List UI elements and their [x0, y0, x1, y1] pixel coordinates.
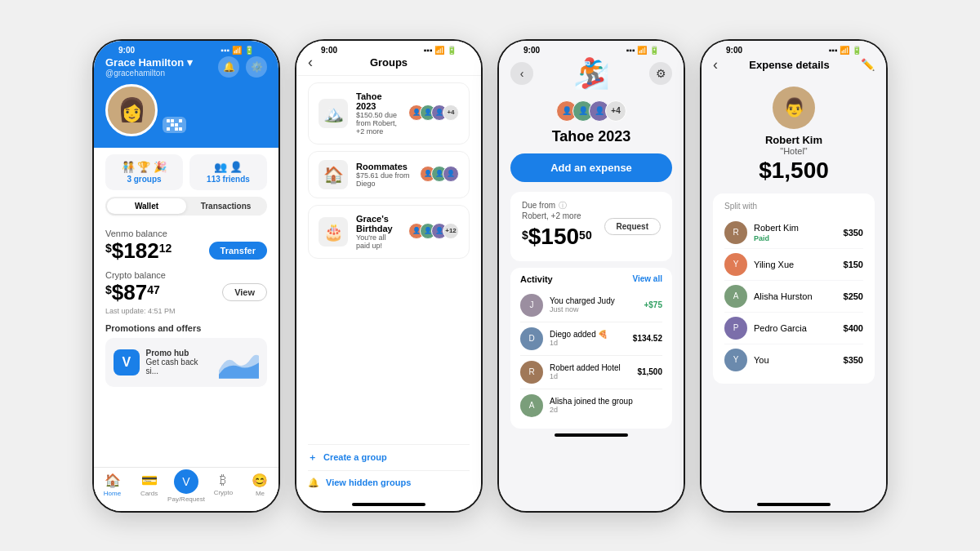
back-arrow-4[interactable]: ‹ — [713, 56, 718, 73]
group-tahoe[interactable]: 🏔️ Tahoe 2023 $150.50 due from Robert, +… — [308, 82, 470, 144]
roommates-emoji: 🏠 — [318, 160, 348, 189]
plus-icon: ＋ — [308, 451, 317, 464]
split-amount-0: $350 — [844, 228, 863, 238]
time-2: 9:00 — [321, 46, 337, 55]
activity-section: Activity View all J You charged Judy Jus… — [510, 268, 672, 429]
split-name-4: You — [754, 355, 837, 365]
stats-row: 🧑‍🤝‍🧑 🏆 🎉 3 groups 👥 👤 113 friends — [105, 154, 267, 190]
group-birthday[interactable]: 🎂 Grace's Birthday You're all paid up! 👤… — [308, 205, 470, 259]
nav-home[interactable]: 🏠 Home — [94, 473, 131, 503]
due-from: Robert, +2 more — [522, 211, 592, 220]
due-amount: $ $150 50 — [522, 224, 592, 250]
birthday-due: You're all paid up! — [356, 233, 400, 250]
time-4: 9:00 — [726, 46, 742, 55]
split-item-0: R Robert Kim Paid $350 — [724, 217, 863, 249]
split-amount-4: $350 — [844, 355, 863, 365]
act-amount-2: $1,500 — [637, 367, 662, 376]
time-1: 9:00 — [118, 46, 135, 55]
request-button[interactable]: Request — [604, 218, 661, 235]
split-amount-3: $400 — [844, 323, 863, 333]
phone4-body: 👨 Robert Kim "Hotel" $1,500 Split with R… — [702, 80, 886, 498]
act-desc-0: You charged Judy — [550, 296, 637, 305]
nav-crypto[interactable]: ₿ Crypto — [205, 473, 242, 503]
robert-avatar: R — [520, 361, 543, 384]
promo-card[interactable]: V Promo hub Get cash back si... — [105, 338, 267, 387]
group-emoji: 🏂 — [573, 56, 610, 91]
split-avatar-0: R — [724, 221, 747, 244]
nav-pay[interactable]: V Pay/Request — [167, 473, 205, 503]
activity-item-1: D Diego added 🍕 1d $134.52 — [520, 322, 662, 356]
view-crypto-button[interactable]: View — [222, 283, 267, 301]
venmo-logo: V — [114, 349, 140, 375]
split-name-1: Yiling Xue — [754, 260, 837, 269]
me-icon: 😊 — [252, 473, 268, 488]
home-indicator-2 — [352, 503, 425, 506]
crypto-balance-label: Crypto balance — [105, 270, 267, 280]
birthday-info: Grace's Birthday You're all paid up! — [356, 214, 400, 250]
pay-circle-icon: V — [174, 469, 198, 494]
groups-stat[interactable]: 🧑‍🤝‍🧑 🏆 🎉 3 groups — [105, 154, 183, 190]
nav-me-label: Me — [256, 490, 265, 497]
transfer-button[interactable]: Transfer — [209, 242, 267, 260]
phone3-top: 👤 👤 👤 +4 Tahoe 2023 Add an expense — [499, 97, 684, 192]
expense-category: "Hotel" — [713, 146, 875, 156]
edit-icon[interactable]: ✏️ — [861, 58, 875, 71]
phone-4: 9:00 ▪▪▪ 📶 🔋 ‹ Expense details ✏️ 👨 Ro — [700, 39, 888, 513]
crypto-update: Last update: 4:51 PM — [105, 307, 267, 315]
roommates-avatars: 👤 👤 👤 — [420, 166, 459, 184]
home-indicator-3 — [555, 433, 628, 437]
groups-count: 3 groups — [114, 175, 175, 184]
phone4-nav-row: ‹ Expense details ✏️ — [713, 56, 875, 73]
qr-badge[interactable] — [163, 117, 186, 133]
nav-crypto-label: Crypto — [214, 489, 234, 496]
act-time-2: 1d — [550, 372, 630, 380]
phone2-body: 🏔️ Tahoe 2023 $150.50 due from Robert, +… — [296, 76, 481, 441]
view-all[interactable]: View all — [632, 274, 662, 283]
expense-details-title: Expense details — [749, 59, 829, 71]
tab-wallet[interactable]: Wallet — [107, 198, 186, 214]
nav-me[interactable]: 😊 Me — [242, 473, 278, 503]
bell-icon[interactable]: 🔔 — [218, 56, 239, 78]
bottom-nav: 🏠 Home 💳 Cards V Pay/Request ₿ Crypto 😊 — [94, 467, 278, 511]
phone3-header: 9:00 ▪▪▪ 📶 🔋 ‹ 🏂 ⚙ — [499, 41, 684, 97]
status-bar-1: 9:00 ▪▪▪ 📶 🔋 — [105, 41, 267, 56]
phone4-header: 9:00 ▪▪▪ 📶 🔋 ‹ Expense details ✏️ — [702, 41, 886, 80]
tahoe-avatars: 👤 👤 👤 +4 — [408, 104, 459, 122]
view-hidden-label: View hidden groups — [326, 478, 411, 487]
birthday-emoji: 🎂 — [318, 217, 348, 247]
phone-3: 9:00 ▪▪▪ 📶 🔋 ‹ 🏂 ⚙ 👤 👤 👤 +4 — [497, 39, 685, 513]
back-arrow-icon[interactable]: ‹ — [308, 54, 313, 71]
act-time-0: Just now — [550, 305, 637, 313]
settings-icon[interactable]: ⚙ — [649, 62, 672, 85]
split-item-1: Y Yiling Xue $150 — [724, 249, 863, 281]
view-hidden-row[interactable]: 🔔 View hidden groups — [308, 470, 470, 495]
create-group-row[interactable]: ＋ Create a group — [308, 444, 470, 470]
roommates-name: Roommates — [356, 162, 412, 171]
friends-stat[interactable]: 👥 👤 113 friends — [189, 154, 267, 190]
diego-avatar: D — [520, 327, 543, 350]
cards-icon: 💳 — [141, 473, 158, 488]
tahoe-info: Tahoe 2023 $150.50 due from Robert, +2 m… — [356, 91, 400, 136]
add-expense-button[interactable]: Add an expense — [510, 153, 672, 182]
split-title: Split with — [724, 202, 863, 211]
alisha-avatar: A — [520, 394, 543, 417]
act-time-1: 1d — [550, 339, 626, 347]
phone-2: 9:00 ▪▪▪ 📶 🔋 ‹ Groups 🏔️ Tahoe 2023 $1 — [295, 39, 483, 513]
split-avatar-4: Y — [724, 349, 747, 371]
split-name-0: Robert Kim — [754, 223, 799, 233]
split-name-2: Alisha Hurston — [754, 291, 837, 301]
tab-transactions[interactable]: Transactions — [186, 198, 265, 214]
phone1-body: Venmo balance $ $182 12 Transfer Crypto … — [94, 222, 278, 467]
promo-name: Promo hub — [146, 349, 212, 358]
back-button[interactable]: ‹ — [510, 62, 533, 85]
status-bar-2: 9:00 ▪▪▪ 📶 🔋 — [308, 41, 470, 56]
nav-cards[interactable]: 💳 Cards — [131, 473, 167, 503]
crypto-icon: ₿ — [220, 473, 226, 487]
group-roommates[interactable]: 🏠 Roommates $75.61 due from Diego 👤 👤 👤 — [308, 151, 470, 198]
split-amount-1: $150 — [844, 260, 863, 269]
tahoe-due: $150.50 due from Robert, +2 more — [356, 111, 400, 136]
gear-icon[interactable]: ⚙️ — [246, 56, 267, 78]
split-name-3: Pedro Garcia — [754, 323, 837, 333]
promo-sub: Get cash back si... — [146, 358, 212, 375]
split-item-3: P Pedro Garcia $400 — [724, 313, 863, 344]
